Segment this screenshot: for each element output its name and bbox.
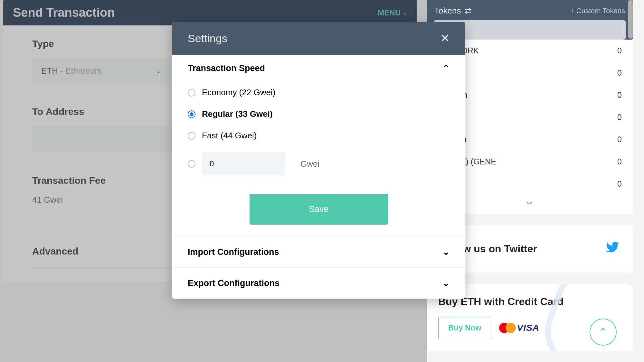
transaction-speed-header[interactable]: Transaction Speed ⌃: [188, 63, 450, 73]
custom-tokens-link[interactable]: + Custom Tokens: [570, 7, 625, 15]
chevron-down-icon: ⌄: [442, 247, 450, 257]
tokens-title: Tokens ⇄: [434, 6, 472, 16]
speed-fast[interactable]: Fast (44 Gwei): [188, 125, 450, 146]
speed-custom[interactable]: Gwei: [188, 146, 450, 181]
scroll-top-button[interactable]: ⌃: [590, 319, 617, 346]
visa-icon: VISA: [517, 323, 539, 333]
chevron-up-icon: ⌃: [599, 326, 608, 339]
speed-regular[interactable]: Regular (33 Gwei): [188, 103, 450, 125]
chevron-down-icon: ⌄: [442, 278, 450, 288]
radio-icon: [188, 160, 195, 168]
gwei-unit-label: Gwei: [300, 159, 319, 169]
save-button[interactable]: Save: [250, 194, 388, 225]
regular-label: Regular (33 Gwei): [202, 109, 273, 119]
radio-icon: [188, 89, 195, 97]
chevron-up-icon: ⌃: [442, 63, 450, 73]
close-icon[interactable]: ✕: [440, 32, 450, 45]
swap-icon[interactable]: ⇄: [465, 6, 472, 16]
radio-icon: [188, 132, 195, 140]
export-config-label: Export Configurations: [188, 278, 279, 288]
speed-options: Economy (22 Gwei) Regular (33 Gwei) Fast…: [188, 82, 450, 181]
speed-economy[interactable]: Economy (22 Gwei): [188, 82, 450, 103]
modal-title: Settings: [188, 32, 227, 45]
buy-now-button[interactable]: Buy Now: [438, 317, 491, 339]
decorative-shape: [535, 284, 633, 351]
transaction-speed-label: Transaction Speed: [188, 63, 265, 73]
import-config-section[interactable]: Import Configurations ⌄: [172, 237, 465, 268]
custom-gwei-input[interactable]: [202, 152, 286, 175]
economy-label: Economy (22 Gwei): [202, 88, 275, 97]
modal-header: Settings ✕: [172, 22, 465, 55]
radio-selected-icon: [188, 110, 195, 118]
mastercard-icon: [499, 323, 516, 333]
tokens-title-text: Tokens: [434, 6, 461, 16]
import-config-label: Import Configurations: [188, 247, 279, 257]
settings-modal: Settings ✕ Transaction Speed ⌃ Economy (…: [172, 22, 465, 299]
card-logos: VISA: [499, 323, 539, 333]
token-search-input[interactable]: [440, 25, 619, 34]
export-config-section[interactable]: Export Configurations ⌄: [172, 268, 465, 299]
scrollbar[interactable]: [628, 0, 633, 39]
tokens-header: Tokens ⇄ + Custom Tokens: [434, 4, 626, 20]
transaction-speed-section: Transaction Speed ⌃ Economy (22 Gwei) Re…: [172, 55, 465, 237]
twitter-icon: [604, 240, 621, 258]
fast-label: Fast (44 Gwei): [202, 131, 257, 141]
